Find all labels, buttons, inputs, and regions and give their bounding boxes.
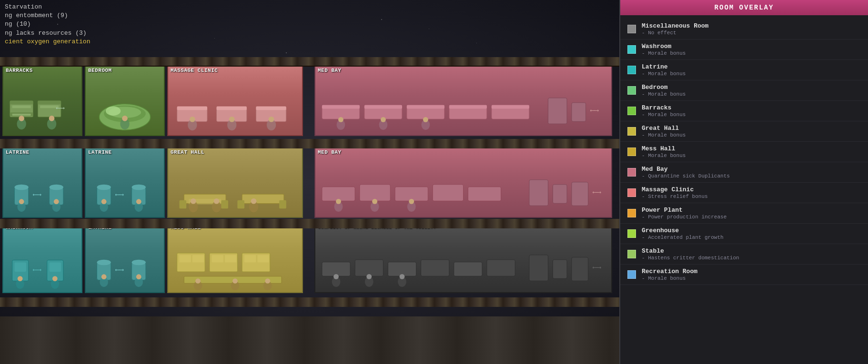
overlay-effect-greenhouse: - Accelerated plant growth	[642, 235, 724, 240]
svg-rect-32	[322, 105, 360, 109]
bottom-decoration	[0, 316, 619, 364]
svg-point-76	[191, 198, 196, 204]
messhall-interior	[168, 231, 302, 292]
svg-point-9	[19, 116, 24, 121]
overlay-effect-washroom: - Morale bonus	[642, 50, 686, 56]
medbay2-label: MED BAY	[315, 148, 611, 156]
overlay-item-washroom[interactable]: Washroom - Morale bonus	[620, 39, 868, 60]
room-massage-clinic: MASSAGE CLINIC	[167, 66, 303, 136]
overlay-color-stable	[627, 250, 636, 258]
overlay-item-misc[interactable]: Miscellaneous Room - No effect	[620, 19, 868, 39]
overlay-color-barracks	[627, 107, 636, 115]
overlay-item-barracks[interactable]: Barracks - Morale bonus	[620, 101, 868, 121]
svg-rect-119	[225, 255, 236, 263]
overlay-text-massage: Massage Clinic - Stress relief bonus	[642, 186, 708, 199]
latrine1-label: LATRINE	[3, 148, 81, 156]
status-oxygen: cient oxygen generation	[5, 38, 90, 46]
svg-text:⟵⟶: ⟵⟶	[56, 105, 64, 112]
svg-rect-116	[192, 255, 204, 263]
svg-rect-24	[256, 106, 286, 110]
overlay-name-barracks: Barracks	[642, 104, 686, 111]
svg-text:⟵⟶: ⟵⟶	[590, 107, 598, 114]
overlay-color-messhall	[627, 148, 636, 156]
overlay-name-misc: Miscellaneous Room	[642, 22, 708, 30]
overlay-item-greathall[interactable]: Great Hall - Morale bonus	[620, 121, 868, 142]
overlay-item-messhall[interactable]: Mess Hall - Morale bonus	[620, 142, 868, 162]
bedroom-label: BEDROOM	[86, 67, 164, 74]
overlay-effect-recreation: - Morale bonus	[642, 275, 697, 281]
overlay-item-powerplant[interactable]: Power Plant - Power production increase	[620, 203, 868, 224]
svg-point-144	[400, 274, 405, 279]
svg-rect-135	[487, 260, 515, 276]
room-latrine-1: LATRINE ⟵⟶	[2, 148, 82, 218]
room-medbay-1: MED BAY	[314, 66, 612, 136]
svg-point-58	[54, 199, 59, 204]
overlay-name-washroom: Washroom	[642, 43, 686, 50]
svg-point-26	[190, 117, 195, 122]
svg-point-92	[372, 199, 377, 204]
svg-text:⟵⟶: ⟵⟶	[33, 191, 41, 198]
overlay-text-bedroom: Bedroom - Morale bonus	[642, 84, 686, 97]
status-starvation: Starvation	[5, 3, 90, 11]
svg-rect-97	[15, 263, 26, 272]
room-medbay-2: MED BAY	[314, 148, 612, 218]
latrine1-interior: ⟵⟶	[3, 156, 81, 217]
overlay-text-greenhouse: Greenhouse - Accelerated plant growth	[642, 227, 724, 240]
room-latrine-3: LATRINE ⟵⟶	[85, 223, 165, 293]
massage-label: MASSAGE CLINIC	[168, 67, 302, 74]
svg-rect-41	[548, 98, 567, 124]
svg-rect-20	[177, 106, 207, 110]
overlay-text-barracks: Barracks - Morale bonus	[642, 104, 686, 118]
overlay-text-medbay: Med Bay - Quarantine sick Duplicants	[642, 166, 730, 179]
svg-text:⟵⟶: ⟵⟶	[115, 266, 124, 274]
overlay-item-massage[interactable]: Massage Clinic - Stress relief bonus	[620, 183, 868, 203]
status-entombment: ng entombment (9)	[5, 11, 90, 20]
room-latrine-2: LATRINE ⟵⟶	[85, 148, 165, 218]
svg-rect-38	[449, 105, 487, 109]
overlay-item-stable[interactable]: Stable - Hastens critter domestication	[620, 244, 868, 265]
svg-point-65	[101, 199, 107, 204]
overlay-text-misc: Miscellaneous Room - No effect	[642, 22, 708, 36]
overlay-color-washroom	[627, 45, 636, 54]
overlay-color-powerplant	[627, 209, 636, 217]
svg-rect-42	[572, 103, 586, 122]
svg-point-30	[269, 117, 274, 122]
svg-rect-118	[212, 255, 223, 263]
svg-point-62	[132, 185, 146, 190]
overlay-name-bedroom: Bedroom	[642, 84, 686, 91]
svg-point-129	[265, 278, 270, 284]
svg-point-127	[232, 278, 238, 284]
overlay-item-latrine[interactable]: Latrine - Morale bonus	[620, 60, 868, 80]
overlay-title: ROOM OVERLAY	[627, 4, 861, 11]
svg-rect-134	[454, 262, 482, 276]
overlay-text-latrine: Latrine - Morale bonus	[642, 63, 686, 77]
svg-point-104	[52, 276, 58, 281]
svg-rect-72	[242, 194, 284, 204]
greathall-label: GREAT HALL	[168, 148, 302, 156]
overlay-list: Miscellaneous Room - No effect Washroom …	[620, 15, 868, 360]
svg-point-80	[251, 198, 257, 204]
svg-point-28	[229, 117, 235, 122]
overlay-item-medbay[interactable]: Med Bay - Quarantine sick Duplicants	[620, 162, 868, 183]
svg-point-18	[122, 116, 128, 121]
svg-rect-87	[553, 185, 567, 204]
overlay-panel: ROOM OVERLAY Miscellaneous Room - No eff…	[619, 0, 868, 364]
room-row-2: LATRINE ⟵⟶ LATR	[0, 145, 619, 219]
svg-point-60	[97, 185, 111, 190]
barracks-label: BARRACKS	[3, 67, 81, 74]
svg-rect-133	[421, 260, 449, 276]
svg-point-51	[15, 185, 29, 190]
latrine2-interior: ⟵⟶	[86, 156, 164, 217]
svg-text:⟵⟶: ⟵⟶	[592, 188, 601, 196]
svg-rect-136	[529, 255, 548, 281]
washroom-interior: ⟵⟶	[3, 231, 81, 292]
room-messhall: MESS HALL	[167, 223, 303, 293]
overlay-item-bedroom[interactable]: Bedroom - Morale bonus	[620, 80, 868, 101]
svg-rect-88	[572, 182, 588, 206]
overlay-item-recreation[interactable]: Recreation Room - Morale bonus	[620, 265, 868, 285]
overlay-item-greenhouse[interactable]: Greenhouse - Accelerated plant growth	[620, 224, 868, 244]
room-row-1: BARRACKS	[0, 63, 619, 137]
room-barracks: BARRACKS	[2, 66, 82, 136]
border-1-2	[0, 139, 619, 148]
overlay-effect-medbay: - Quarantine sick Duplicants	[642, 173, 730, 179]
